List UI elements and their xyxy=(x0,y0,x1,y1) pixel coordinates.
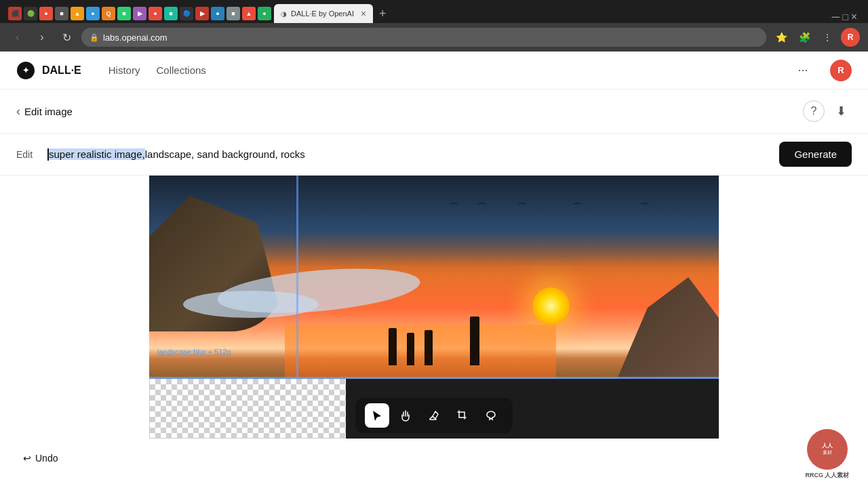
select-tool-button[interactable] xyxy=(365,403,389,428)
watermark-icon: 人人 素材 xyxy=(814,436,841,463)
watermark-logo: 人人 素材 xyxy=(807,429,848,470)
bird-4 xyxy=(572,203,582,206)
crop-icon xyxy=(456,409,469,422)
favicon-7: Q xyxy=(102,7,115,20)
help-button[interactable]: ? xyxy=(803,100,825,122)
content-area: ‹ Edit image ? ⬇ Edit super realistic im… xyxy=(0,89,868,488)
app-name: DALL·E xyxy=(42,64,81,77)
browser-chrome: ⬛ 🟢 ● ■ ▲ ● Q ■ ▶ ● ■ 🔵 ▶ ● ■ ▲ ● ◑ DALL… xyxy=(0,0,868,52)
canvas-area: landscape:blur + 512p xyxy=(149,176,719,439)
svg-text:素材: 素材 xyxy=(823,450,832,455)
lasso-icon xyxy=(485,409,497,422)
active-tab-icon: ◑ xyxy=(281,10,287,18)
active-tab-label: DALL·E by OpenAI xyxy=(291,9,354,18)
logo-area: ✦ DALL·E xyxy=(16,61,81,80)
eraser-icon xyxy=(428,409,440,422)
back-to-gallery-button[interactable]: ‹ Edit image xyxy=(16,104,73,119)
favicon-14: ● xyxy=(211,7,224,20)
nav-more-button[interactable]: ··· xyxy=(792,60,814,81)
prompt-highlighted-text: super realistic image, xyxy=(49,148,145,160)
window-maximize-button[interactable]: □ xyxy=(842,12,848,22)
browser-profile-button[interactable]: R xyxy=(841,28,860,47)
edit-mode-label: Edit xyxy=(16,149,37,160)
generate-button[interactable]: Generate xyxy=(779,142,852,167)
active-tab[interactable]: ◑ DALL·E by OpenAI × xyxy=(274,4,373,23)
selection-line-v xyxy=(296,176,298,379)
favicon-2: 🟢 xyxy=(24,7,37,20)
prompt-bar: Edit super realistic image, landscape, s… xyxy=(0,134,868,176)
prompt-normal-text: landscape, sand background, rocks xyxy=(145,148,305,160)
favicon-9: ▶ xyxy=(133,7,146,20)
history-nav-link[interactable]: History xyxy=(108,62,140,79)
favicon-16: ▲ xyxy=(242,7,256,20)
lasso-tool-button[interactable] xyxy=(479,403,503,428)
openai-logo-icon: ✦ xyxy=(16,61,35,80)
favicon-3: ● xyxy=(39,7,53,20)
download-button[interactable]: ⬇ xyxy=(830,100,852,122)
new-tab-button[interactable]: + xyxy=(373,4,392,23)
bird-2 xyxy=(477,203,486,206)
extensions-button[interactable]: 🧩 xyxy=(795,28,814,47)
forward-button[interactable]: › xyxy=(33,28,52,47)
lock-icon: 🔒 xyxy=(90,33,99,42)
birds-area xyxy=(448,196,651,210)
bottom-toolbar xyxy=(355,398,513,433)
window-minimize-button[interactable]: ─ xyxy=(832,11,840,23)
crop-tool-button[interactable] xyxy=(450,403,475,428)
favicon-4: ■ xyxy=(55,7,68,20)
window-controls: ─ □ × xyxy=(827,11,863,23)
favicon-10: ● xyxy=(149,7,162,20)
hand-tool-button[interactable] xyxy=(393,403,418,428)
person-3 xyxy=(425,330,433,365)
tab-close-button[interactable]: × xyxy=(361,8,366,19)
eraser-tool-button[interactable] xyxy=(422,403,446,428)
address-bar[interactable]: 🔒 labs.openai.com xyxy=(81,28,766,47)
favicon-13: ▶ xyxy=(195,7,209,20)
favicon-6: ● xyxy=(86,7,100,20)
favicon-1: ⬛ xyxy=(8,7,22,20)
nav-profile-button[interactable]: R xyxy=(830,60,852,81)
collections-nav-link[interactable]: Collections xyxy=(156,62,205,79)
address-text: labs.openai.com xyxy=(103,33,167,43)
back-button[interactable]: ‹ xyxy=(8,28,27,47)
bird-1 xyxy=(449,203,458,206)
watermark-text: RRCG 人人素材 xyxy=(806,471,850,480)
favicon-15: ■ xyxy=(226,7,240,20)
favicon-17: ● xyxy=(258,7,271,20)
select-icon xyxy=(371,409,383,422)
reload-button[interactable]: ↻ xyxy=(57,28,76,47)
undo-icon: ↩ xyxy=(23,453,31,464)
app-content: ✦ DALL·E History Collections ··· R ‹ Edi… xyxy=(0,52,868,488)
bird-5 xyxy=(640,203,650,206)
undo-area: ↩ Undo xyxy=(16,449,64,468)
silhouettes xyxy=(149,317,719,365)
svg-text:人人: 人人 xyxy=(821,443,833,449)
person-1 xyxy=(389,328,397,365)
bird-3 xyxy=(517,203,527,206)
undo-button[interactable]: ↩ Undo xyxy=(16,449,64,468)
svg-text:✦: ✦ xyxy=(22,66,29,75)
browser-tabs-row: ⬛ 🟢 ● ■ ▲ ● Q ■ ▶ ● ■ 🔵 ▶ ● ■ ▲ ● ◑ DALL… xyxy=(0,0,868,23)
favicon-8: ■ xyxy=(117,7,131,20)
watermark: 人人 素材 RRCG 人人素材 xyxy=(793,427,861,481)
wave-2 xyxy=(183,291,319,318)
main-image: landscape:blur + 512p xyxy=(149,176,719,379)
window-close-button[interactable]: × xyxy=(851,11,857,23)
browser-toolbar-actions: ⭐ 🧩 ⋮ R xyxy=(772,28,860,47)
favicon-5: ▲ xyxy=(71,7,84,20)
bookmark-button[interactable]: ⭐ xyxy=(772,28,791,47)
top-nav: ✦ DALL·E History Collections ··· R xyxy=(0,52,868,89)
image-overlay-text: landscape:blur + 512p xyxy=(157,348,231,356)
checker-canvas xyxy=(149,379,346,439)
undo-label: Undo xyxy=(35,453,58,464)
prompt-input[interactable]: super realistic image, landscape, sand b… xyxy=(47,148,768,161)
browser-toolbar: ‹ › ↻ 🔒 labs.openai.com ⭐ 🧩 ⋮ R xyxy=(0,23,868,52)
menu-button[interactable]: ⋮ xyxy=(818,28,837,47)
hand-icon xyxy=(399,409,412,422)
edit-image-title: Edit image xyxy=(24,106,73,117)
favicon-11: ■ xyxy=(164,7,178,20)
edit-header: ‹ Edit image ? ⬇ xyxy=(0,89,868,134)
selection-line xyxy=(149,377,719,379)
favicon-row: ⬛ 🟢 ● ■ ▲ ● Q ■ ▶ ● ■ 🔵 ▶ ● ■ ▲ ● xyxy=(5,4,274,23)
person-4 xyxy=(470,317,479,365)
